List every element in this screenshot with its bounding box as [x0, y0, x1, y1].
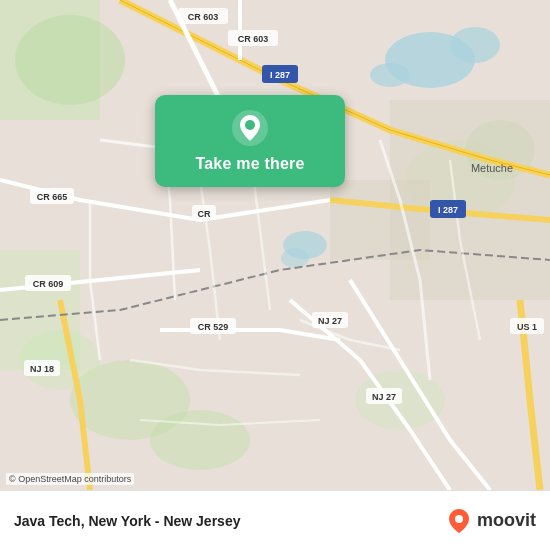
location-title: Java Tech, New York - New Jersey	[14, 513, 240, 529]
svg-text:CR 609: CR 609	[33, 279, 64, 289]
svg-point-7	[15, 15, 125, 105]
osm-attribution: © OpenStreetMap contributors	[6, 473, 134, 485]
svg-text:US 1: US 1	[517, 322, 537, 332]
svg-point-3	[370, 63, 410, 87]
svg-text:CR 603: CR 603	[188, 12, 219, 22]
svg-text:NJ 27: NJ 27	[372, 392, 396, 402]
svg-text:CR 665: CR 665	[37, 192, 68, 202]
svg-rect-16	[330, 180, 430, 260]
svg-text:I 287: I 287	[270, 70, 290, 80]
svg-point-2	[450, 27, 500, 63]
bottom-bar: Java Tech, New York - New Jersey moovit	[0, 490, 550, 550]
moovit-logo: moovit	[445, 507, 536, 535]
svg-point-44	[455, 515, 463, 523]
svg-text:NJ 18: NJ 18	[30, 364, 54, 374]
location-info: Java Tech, New York - New Jersey	[14, 513, 240, 529]
svg-text:I 287: I 287	[438, 205, 458, 215]
map-container: CR 603 CR 603 I 287 I 287 CR 665 CR CR 6…	[0, 0, 550, 490]
svg-text:CR: CR	[198, 209, 211, 219]
svg-text:CR 529: CR 529	[198, 322, 229, 332]
moovit-brand-text: moovit	[477, 510, 536, 531]
svg-point-13	[150, 410, 250, 470]
svg-point-43	[245, 120, 255, 130]
location-pin-icon	[231, 109, 269, 147]
take-me-there-button[interactable]: Take me there	[155, 95, 345, 187]
moovit-brand-icon	[445, 507, 473, 535]
svg-text:Metuche: Metuche	[471, 162, 513, 174]
svg-point-5	[281, 248, 309, 268]
map-background: CR 603 CR 603 I 287 I 287 CR 665 CR CR 6…	[0, 0, 550, 490]
svg-text:NJ 27: NJ 27	[318, 316, 342, 326]
take-me-there-label: Take me there	[195, 155, 304, 173]
svg-text:CR 603: CR 603	[238, 34, 269, 44]
